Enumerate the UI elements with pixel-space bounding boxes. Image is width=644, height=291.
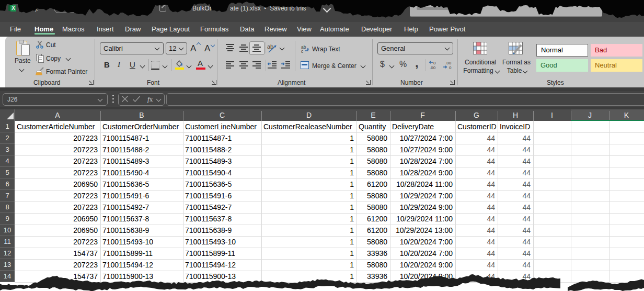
svg-text:0: 0 <box>433 61 436 65</box>
svg-text:.00: .00 <box>430 65 436 70</box>
svg-text:.00: .00 <box>445 61 452 65</box>
svg-text:0: 0 <box>449 65 452 70</box>
